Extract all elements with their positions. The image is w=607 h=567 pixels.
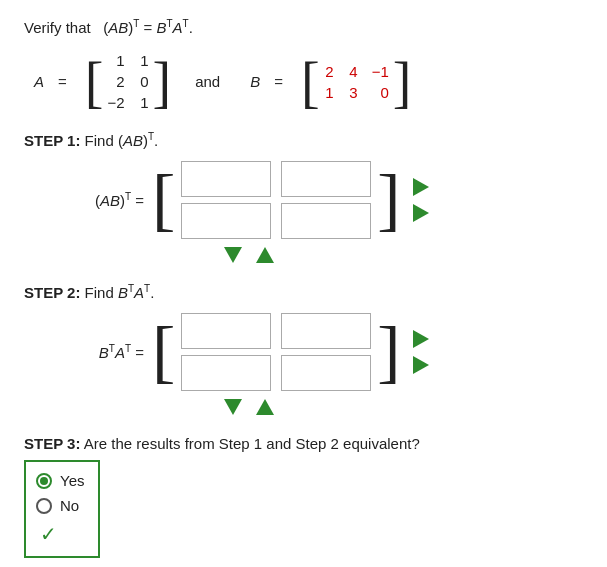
step2-matrix-container: BTAT = [ ] [64,313,583,391]
step1-matrix-label: (AB)T = [64,191,144,209]
matrix-b-label: B [240,73,260,90]
step1-arrows-right[interactable] [413,178,429,222]
step1-heading: STEP 1: Find (AB)T. [24,131,583,149]
step2-arrow-right-bottom[interactable] [413,356,429,374]
no-label: No [60,497,79,514]
a-cell-0-0: 1 [107,52,124,69]
step2-arrow-up[interactable] [256,399,274,415]
b-cell-0-2: −1 [372,63,389,80]
b-cell-1-0: 1 [324,84,334,101]
step1-cell-1-0[interactable] [181,203,271,239]
step1-cell-0-1[interactable] [281,161,371,197]
matrix-a: [ 1 1 2 0 −2 1 ] [85,52,171,111]
step2-up-arrow-icon [256,399,274,415]
checkmark-icon: ✓ [40,523,57,545]
intro-text: Verify that [24,19,99,36]
step1-arrow-down[interactable] [224,247,242,263]
step2-matrix-label: BTAT = [64,343,144,361]
bracket-left-a: [ [85,54,104,110]
b-cell-0-0: 2 [324,63,334,80]
step2-bracket-left: [ [152,317,175,387]
b-cell-1-1: 3 [348,84,358,101]
step3-heading: STEP 3: Are the results from Step 1 and … [24,435,583,452]
step1-cell-0-0[interactable] [181,161,271,197]
step3-underline: Are the results from Step 1 and Step 2 e… [84,435,420,452]
answer-box: Yes No ✓ [24,460,100,558]
step2-arrows-right[interactable] [413,330,429,374]
intro-equation: (AB)T = BTAT. [103,19,193,36]
step1-arrow-right-bottom[interactable] [413,204,429,222]
a-cell-0-1: 1 [139,52,149,69]
yes-radio[interactable] [36,473,52,489]
step1-label: STEP 1: [24,132,80,149]
step2-arrows-bottom[interactable] [224,399,583,415]
step2-input-matrix: [ ] [152,313,401,391]
a-cell-1-0: 2 [107,73,124,90]
yes-radio-inner [40,477,48,485]
step2-right-arrow-bottom-icon [413,356,429,374]
step2-cell-0-1[interactable] [281,313,371,349]
matrix-a-label: A [24,73,44,90]
step2-bracket-right: ] [377,317,400,387]
step2-desc: Find BTAT. [85,284,155,301]
step2-cell-0-0[interactable] [181,313,271,349]
step2-heading: STEP 2: Find BTAT. [24,283,583,301]
intro-line: Verify that (AB)T = BTAT. [24,18,583,36]
step1-arrows-bottom[interactable] [224,247,583,263]
step2-label: STEP 2: [24,284,80,301]
step3-question-text: Are the results from Step 1 and Step 2 e… [84,435,420,452]
step2-down-arrow-icon [224,399,242,415]
no-radio[interactable] [36,498,52,514]
a-cell-2-1: 1 [139,94,149,111]
bracket-right-a: ] [153,54,172,110]
matrix-a-eq: = [58,73,67,90]
step3-label: STEP 3: [24,435,80,452]
b-cell-1-2: 0 [372,84,389,101]
step1-arrow-up[interactable] [256,247,274,263]
step1-cell-1-1[interactable] [281,203,371,239]
bracket-right-b: ] [393,54,412,110]
matrices-row: A = [ 1 1 2 0 −2 1 ] and B = [ 2 4 −1 1 … [24,52,583,111]
a-cell-2-0: −2 [107,94,124,111]
matrix-b: [ 2 4 −1 1 3 0 ] [301,54,411,110]
step1-desc: Find (AB)T. [85,132,159,149]
matrix-b-cells: 2 4 −1 1 3 0 [324,63,389,101]
step1-arrow-right-top[interactable] [413,178,429,196]
step2-cell-1-1[interactable] [281,355,371,391]
no-option[interactable]: No [36,497,84,514]
yes-option[interactable]: Yes [36,472,84,489]
step2-cell-1-0[interactable] [181,355,271,391]
and-text: and [195,73,220,90]
matrix-b-eq: = [274,73,283,90]
step1-cells[interactable] [181,161,371,239]
step2-arrow-right-top[interactable] [413,330,429,348]
step2-right-arrow-top-icon [413,330,429,348]
step1-up-arrow-icon [256,247,274,263]
a-cell-1-1: 0 [139,73,149,90]
step2-arrow-down[interactable] [224,399,242,415]
step1-right-arrow-top-icon [413,178,429,196]
step1-right-arrow-bottom-icon [413,204,429,222]
bracket-left-b: [ [301,54,320,110]
b-cell-0-1: 4 [348,63,358,80]
step1-matrix-container: (AB)T = [ ] [64,161,583,239]
yes-label: Yes [60,472,84,489]
step2-cells[interactable] [181,313,371,391]
step1-down-arrow-icon [224,247,242,263]
step1-bracket-left: [ [152,165,175,235]
step1-input-matrix: [ ] [152,161,401,239]
matrix-a-cells: 1 1 2 0 −2 1 [107,52,148,111]
step1-bracket-right: ] [377,165,400,235]
